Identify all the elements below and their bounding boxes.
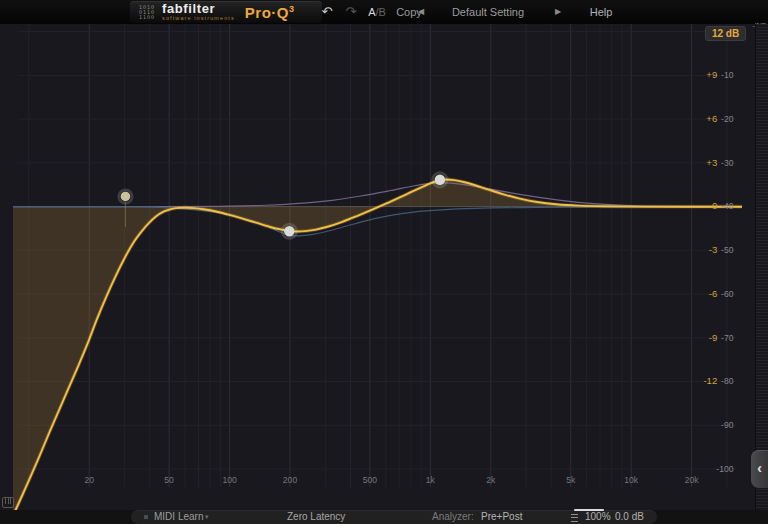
preset-next-icon[interactable]: ▶ [551,0,565,24]
undo-icon[interactable]: ↶ [318,0,336,24]
eq-db-scale-label: +3 [706,157,717,168]
redo-icon[interactable]: ↷ [342,0,360,24]
analyzer-db-scale-label: -100 [716,464,733,474]
analyzer-db-scale-label: -60 [721,289,734,299]
analyzer-db-scale-label: -80 [721,376,734,386]
eq-db-scale-label: -12 [703,375,717,386]
fabfilter-logo[interactable]: 1O1O O11O 11OO fabfilter software instru… [130,1,322,23]
freq-axis-label: 500 [363,475,378,485]
side-panel-expand-button[interactable]: ‹ [751,450,768,488]
gain-scale-icon[interactable] [571,514,578,522]
midi-learn-button[interactable]: MIDI Learn [154,510,203,524]
analyzer-db-scale-label: -90 [721,420,734,430]
freq-axis-label: 200 [283,475,298,485]
processing-mode-button[interactable]: Zero Latency [287,510,345,524]
analyzer-db-scale-label: -70 [721,333,734,343]
eq-db-scale-label: -6 [709,288,717,299]
freq-axis-label: 5k [566,475,576,485]
display-scale-value[interactable]: 100% [585,510,611,524]
analyzer-db-scale-label: -10 [721,70,734,80]
band-node[interactable] [121,192,131,202]
eq-curve-canvas[interactable]: 20501002005001k2k5k10k20k0+9-10+6-20+3-3… [0,24,755,510]
fabfilter-binary-logo-icon: 1O1O O11O 11OO [139,5,155,20]
output-gain-slider[interactable] [574,509,604,511]
eq-db-scale-label: +6 [706,113,717,124]
piano-keyboard-icon[interactable] [2,497,14,508]
brand-name: fabfilter [162,3,235,15]
analyzer-db-scale-label: -50 [721,245,734,255]
chevron-down-icon[interactable]: ▾ [205,510,209,524]
bottom-bar-plate [131,510,657,524]
display-range-button[interactable]: 12 dB [705,26,746,41]
preset-previous-icon[interactable]: ◀ [414,0,428,24]
analyzer-mode-button[interactable]: Pre+Post [481,510,522,524]
freq-axis-label: 1k [426,475,436,485]
midi-status-icon [144,515,148,519]
ab-toggle-button[interactable]: A/B [364,0,390,24]
eq-db-scale-label: +9 [706,69,717,80]
eq-display[interactable]: 20501002005001k2k5k10k20k0+9-10+6-20+3-3… [0,24,755,510]
bottom-bar: MIDI Learn ▾ Zero Latency Analyzer: Pre+… [0,510,768,524]
analyzer-db-scale-label: -20 [721,114,734,124]
freq-axis-label: 2k [486,475,496,485]
brand-subtitle: software instruments [162,15,235,21]
chevron-left-icon: ‹ [757,460,762,476]
band-node[interactable] [435,175,445,185]
eq-db-scale-label: -3 [709,244,717,255]
title-bar: 1O1O O11O 11OO fabfilter software instru… [0,0,768,24]
freq-axis-label: 10k [624,475,639,485]
brand-text: fabfilter software instruments [162,3,235,21]
freq-axis-label: 100 [222,475,237,485]
output-gain-value[interactable]: 0.0 dB [615,510,644,524]
band-node[interactable] [284,226,294,236]
analyzer-db-scale-label: -40 [721,201,734,211]
preset-selector[interactable]: Default Setting [436,0,540,24]
product-name: Pro·Q3 [245,4,295,21]
eq-db-scale-label: 0 [712,200,717,211]
freq-axis-label: 50 [164,475,174,485]
eq-db-scale-label: -9 [709,332,717,343]
freq-axis-label: 20k [685,475,700,485]
analyzer-label: Analyzer: [432,510,474,524]
analyzer-db-scale-label: -30 [721,158,734,168]
eq-curve-fill [13,180,742,510]
output-meter-strip[interactable] [755,24,768,510]
freq-axis-label: 20 [84,475,94,485]
help-button[interactable]: Help [584,0,618,24]
